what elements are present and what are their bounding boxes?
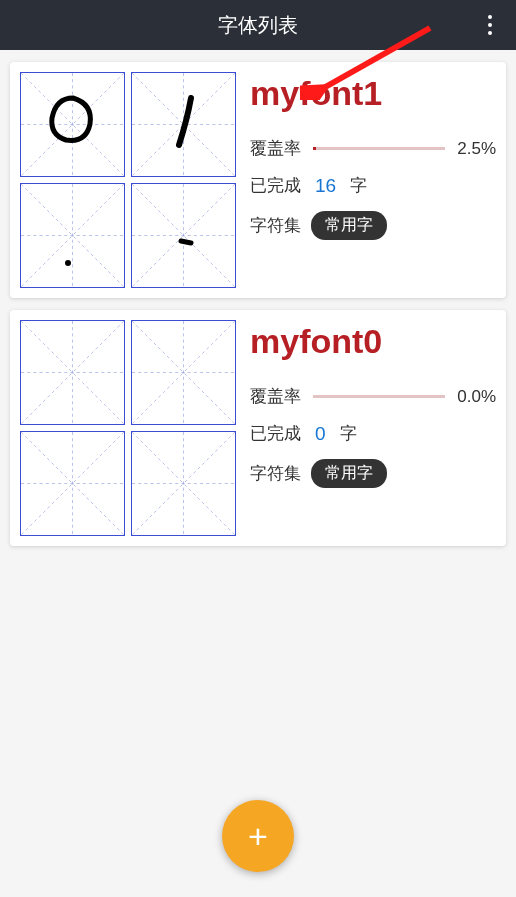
add-font-button[interactable]: +	[222, 800, 294, 872]
completed-row: 已完成 0 字	[250, 422, 496, 445]
completed-label: 已完成	[250, 422, 301, 445]
font-name: myfont0	[250, 322, 496, 361]
char-cell	[131, 183, 236, 288]
char-cell	[131, 320, 236, 425]
coverage-label: 覆盖率	[250, 385, 301, 408]
font-name: myfont1	[250, 74, 496, 113]
plus-icon: +	[248, 819, 268, 853]
charset-row: 字符集 常用字	[250, 211, 496, 240]
char-cell	[131, 72, 236, 177]
glyph-preview	[38, 90, 108, 160]
font-info: myfont0 覆盖率 0.0% 已完成 0 字 字符集 常用字	[250, 320, 496, 536]
menu-overflow-icon[interactable]	[482, 9, 498, 41]
charset-badge: 常用字	[311, 459, 387, 488]
svg-point-12	[65, 260, 71, 266]
charset-label: 字符集	[250, 214, 301, 237]
svg-line-17	[21, 321, 124, 424]
charset-row: 字符集 常用字	[250, 459, 496, 488]
svg-line-18	[21, 321, 124, 424]
completed-row: 已完成 16 字	[250, 174, 496, 197]
page-title: 字体列表	[218, 12, 298, 39]
char-cell	[20, 431, 125, 536]
glyph-preview	[149, 90, 219, 160]
coverage-progress	[313, 395, 445, 398]
app-header: 字体列表	[0, 0, 516, 50]
char-cell	[20, 72, 125, 177]
coverage-percent: 0.0%	[457, 387, 496, 407]
font-info: myfont1 覆盖率 2.5% 已完成 16 字 字符集 常用字	[250, 72, 496, 288]
char-unit: 字	[350, 174, 367, 197]
char-preview-grid	[20, 72, 236, 288]
svg-line-29	[132, 432, 235, 535]
svg-line-25	[21, 432, 124, 535]
coverage-progress	[313, 147, 445, 150]
font-card[interactable]: myfont1 覆盖率 2.5% 已完成 16 字 字符集 常用字	[10, 62, 506, 298]
coverage-row: 覆盖率 2.5%	[250, 137, 496, 160]
svg-line-30	[132, 432, 235, 535]
font-card[interactable]: myfont0 覆盖率 0.0% 已完成 0 字 字符集 常用字	[10, 310, 506, 546]
glyph-preview	[38, 201, 108, 271]
completed-count: 16	[315, 175, 336, 197]
coverage-percent: 2.5%	[457, 139, 496, 159]
char-preview-grid	[20, 320, 236, 536]
char-unit: 字	[340, 422, 357, 445]
completed-count: 0	[315, 423, 326, 445]
coverage-label: 覆盖率	[250, 137, 301, 160]
char-cell	[131, 431, 236, 536]
charset-label: 字符集	[250, 462, 301, 485]
svg-line-26	[21, 432, 124, 535]
charset-badge: 常用字	[311, 211, 387, 240]
coverage-row: 覆盖率 0.0%	[250, 385, 496, 408]
completed-label: 已完成	[250, 174, 301, 197]
svg-line-22	[132, 321, 235, 424]
glyph-preview	[149, 201, 219, 271]
char-cell	[20, 320, 125, 425]
char-cell	[20, 183, 125, 288]
svg-line-21	[132, 321, 235, 424]
